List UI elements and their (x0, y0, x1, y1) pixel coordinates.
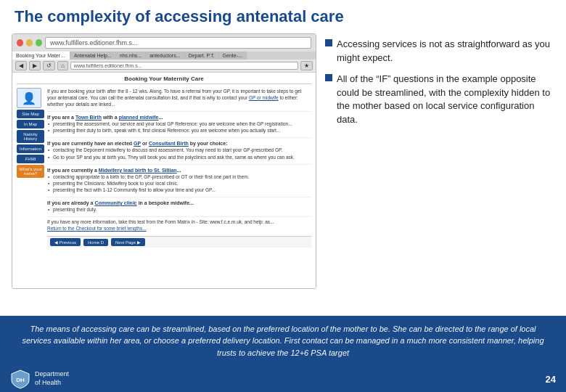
section-3-heading: If you are currently a Midwifery lead bi… (47, 168, 311, 173)
tab-nhs[interactable]: nhs.nhs... (116, 52, 146, 60)
forward-button[interactable]: ▶ (29, 61, 41, 70)
section-4-heading: If you are already a Community clinic in… (47, 200, 311, 205)
section-3-bullet-1: contacting appropriate to a birth to: th… (47, 173, 311, 180)
tab-booking[interactable]: Booking Your Maternity Care (12, 52, 70, 60)
dh-logo-text: Department of Health (35, 370, 69, 387)
section-1-bullet-2: presenting their duty to birth, speak wi… (47, 127, 311, 134)
section-2: If you are currently have an elected GP … (47, 137, 311, 160)
section-4: If you are already a Community clinic in… (47, 197, 311, 213)
bullet-square-icon-1 (325, 39, 332, 46)
nav-inmap[interactable]: In Map (17, 120, 44, 128)
bullet-square-icon-2 (325, 74, 332, 81)
tab-gente[interactable]: Gente-... (219, 52, 247, 60)
slide-title: The complexity of accessing antenatal ca… (15, 7, 551, 26)
bookmarks-button[interactable]: ★ (300, 61, 313, 70)
bottom-bar: DH Department of Health 24 (0, 366, 566, 392)
slide-number: 24 (546, 374, 556, 385)
right-bullet-1-text: Accessing services is not as straightfor… (337, 38, 554, 65)
intro-paragraph: If you are booking your birth after the … (47, 88, 311, 107)
right-bullet-1: Accessing services is not as straightfor… (325, 38, 554, 65)
left-navigation: 👤 Site Map In Map Nativity History Infor… (17, 88, 44, 285)
home-button[interactable]: ⌂ (57, 61, 68, 70)
prev-button[interactable]: ◀ Previous (50, 238, 81, 246)
bottom-text-section: If you have any more information, take t… (47, 216, 311, 232)
dh-line1: Department (35, 370, 69, 379)
browser-page-content: Booking Your Maternity Care 👤 Site Map I… (12, 73, 316, 288)
footer-text: The means of accessing care can be strea… (22, 324, 544, 357)
browser-toolbar: ◀ ▶ ↺ ⌂ www.fulfillers.editioner.fhm.s..… (12, 60, 316, 73)
maximize-btn[interactable] (36, 39, 42, 46)
section-2-bullet-1: contacting the Deponent midwifery to dis… (47, 147, 311, 153)
page-nav-bar: ◀ Previous Home D Next Page ▶ (47, 236, 311, 248)
right-bullet-section: Accessing services is not as straightfor… (325, 33, 554, 289)
avatar-placeholder: 👤 (17, 88, 41, 108)
minimize-btn[interactable] (26, 39, 33, 46)
next-page-button[interactable]: Next Page ▶ (111, 238, 145, 246)
page-heading: Booking Your Maternity Care (17, 75, 311, 84)
section-3-bullet-2: presenting the Clinicians: Midwifery boo… (47, 180, 311, 187)
footer-band: The means of accessing care can be strea… (0, 316, 566, 367)
browser-chrome: www.fulfillers.editioner.fhm.s... (12, 34, 316, 52)
nav-fhmi[interactable]: FHMI (17, 155, 44, 163)
section-1-bullet-1: presenting the assessment, our service a… (47, 121, 311, 127)
tab-antenatal[interactable]: Antenatal Help... (70, 52, 116, 60)
dh-line2: of Health (35, 379, 69, 388)
back-button[interactable]: ◀ (15, 61, 27, 70)
right-bullet-2-text: All of the “IF” questions in the example… (337, 73, 554, 127)
address-bar[interactable]: www.fulfillers.editioner.fhm.s... (45, 37, 311, 49)
section-2-bullet-2: Go to your SP and you at birth you. They… (47, 154, 311, 160)
close-btn[interactable] (17, 39, 23, 46)
nav-sitemap[interactable]: Site Map (17, 110, 44, 118)
section-3-bullet-3: presenting the fact with 1-12 Community … (47, 187, 311, 193)
section-1: If you are a Town Birth with a planned m… (47, 111, 311, 134)
svg-text:DH: DH (16, 377, 25, 383)
nav-info[interactable]: Information (17, 144, 44, 153)
tab-depart[interactable]: Depart. P.T. (185, 52, 219, 60)
page-layout: 👤 Site Map In Map Nativity History Infor… (17, 88, 311, 285)
browser-mockup: www.fulfillers.editioner.fhm.s... Bookin… (12, 33, 316, 289)
dh-logo: DH Department of Health (10, 369, 69, 389)
section-2-heading: If you are currently have an elected GP … (47, 141, 311, 146)
section-3: If you are currently a Midwifery lead bi… (47, 164, 311, 193)
browser-buttons: www.fulfillers.editioner.fhm.s... (17, 37, 311, 49)
nav-history[interactable]: Nativity History (17, 130, 44, 143)
reload-button[interactable]: ↺ (43, 61, 55, 70)
bottom-paragraph: If you have any more information, take t… (47, 219, 311, 225)
return-link[interactable]: Return to the Checkout for some brief le… (47, 225, 311, 232)
home-d-button[interactable]: Home D (83, 239, 108, 246)
browser-tabs-bar: Booking Your Maternity Care Antenatal He… (12, 52, 316, 60)
url-bar[interactable]: www.fulfillers.editioner.fhm.s... (70, 62, 298, 70)
page-text-content: If you are booking your birth after the … (47, 88, 311, 285)
section-4-bullet-1: presenting their duty. (47, 206, 311, 213)
main-content: www.fulfillers.editioner.fhm.s... Bookin… (0, 30, 566, 292)
dh-shield-icon: DH (10, 369, 30, 389)
slide-header: The complexity of accessing antenatal ca… (0, 0, 566, 30)
right-bullet-2: All of the “IF” questions in the example… (325, 73, 554, 127)
nav-whats-your-name[interactable]: What's your name? (17, 165, 44, 178)
section-1-heading: If you are a Town Birth with a planned m… (47, 115, 311, 120)
tab-anteductors[interactable]: anteductors... (146, 52, 184, 60)
